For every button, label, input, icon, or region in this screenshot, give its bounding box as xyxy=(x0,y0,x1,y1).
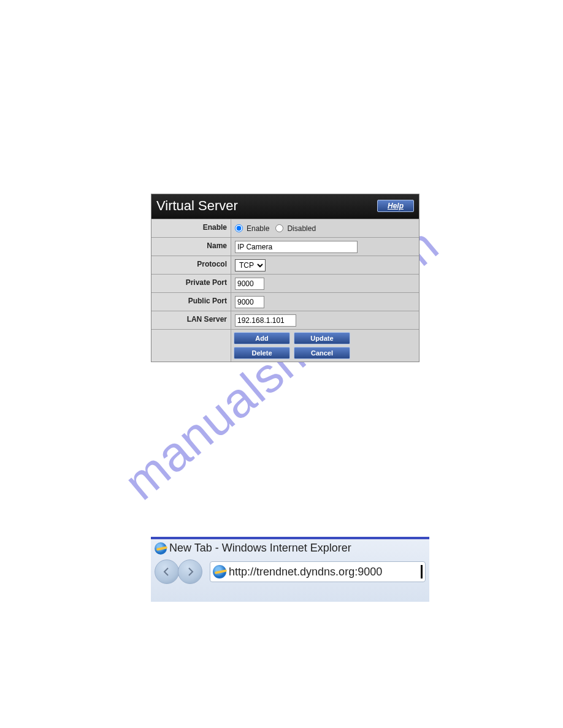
row-enable: Enable Enable Disabled xyxy=(151,219,419,237)
arrow-right-icon xyxy=(185,567,195,577)
back-button[interactable] xyxy=(155,559,179,584)
value-actions: Add Update Delete Cancel xyxy=(231,330,419,362)
arrow-left-icon xyxy=(162,567,172,577)
label-lan-server: LAN Server xyxy=(151,311,231,329)
public-port-input[interactable] xyxy=(235,296,264,308)
value-enable: Enable Disabled xyxy=(231,219,419,237)
panel-title: Virtual Server xyxy=(156,198,238,214)
row-name: Name xyxy=(151,237,419,256)
ie-titlebar: New Tab - Windows Internet Explorer xyxy=(151,539,429,555)
label-enable: Enable xyxy=(151,219,231,237)
add-button[interactable]: Add xyxy=(234,332,290,344)
ie-favicon-icon xyxy=(213,565,226,578)
name-input[interactable] xyxy=(235,241,358,253)
disabled-radio[interactable] xyxy=(275,224,283,232)
value-protocol: TCP xyxy=(231,256,419,274)
value-lan-server xyxy=(231,311,419,329)
disabled-radio-label: Disabled xyxy=(287,224,316,233)
panel-titlebar: Virtual Server Help xyxy=(151,194,419,219)
address-url[interactable]: http://trendnet.dyndns.org:9000 xyxy=(229,566,418,578)
label-private-port: Private Port xyxy=(151,275,231,292)
row-lan-server: LAN Server xyxy=(151,311,419,329)
enable-radio-label: Enable xyxy=(247,224,269,233)
delete-button[interactable]: Delete xyxy=(234,347,290,359)
label-public-port: Public Port xyxy=(151,293,231,311)
button-row-1: Add Update xyxy=(234,332,350,344)
ie-toolbar: http://trendnet.dyndns.org:9000 xyxy=(151,555,429,589)
value-public-port xyxy=(231,293,419,311)
lan-server-input[interactable] xyxy=(235,314,296,327)
button-row-2: Delete Cancel xyxy=(234,347,350,359)
row-public-port: Public Port xyxy=(151,292,419,311)
update-button[interactable]: Update xyxy=(294,332,350,344)
enable-radio[interactable] xyxy=(235,224,243,232)
panel-body: Enable Enable Disabled Name Protocol TCP xyxy=(151,219,419,362)
cancel-button[interactable]: Cancel xyxy=(294,347,350,359)
ie-window: New Tab - Windows Internet Explorer http… xyxy=(151,537,429,602)
protocol-select[interactable]: TCP xyxy=(235,259,266,271)
value-private-port xyxy=(231,275,419,292)
text-cursor xyxy=(421,565,423,578)
row-private-port: Private Port xyxy=(151,274,419,292)
row-actions: Add Update Delete Cancel xyxy=(151,329,419,362)
private-port-input[interactable] xyxy=(235,278,264,290)
label-actions-empty xyxy=(151,330,231,362)
forward-button[interactable] xyxy=(178,559,202,584)
ie-window-title: New Tab - Windows Internet Explorer xyxy=(169,542,351,555)
value-name xyxy=(231,238,419,256)
label-name: Name xyxy=(151,238,231,256)
row-protocol: Protocol TCP xyxy=(151,256,419,274)
address-bar[interactable]: http://trendnet.dyndns.org:9000 xyxy=(210,561,426,582)
label-protocol: Protocol xyxy=(151,256,231,274)
virtual-server-panel: Virtual Server Help Enable Enable Disabl… xyxy=(151,194,419,362)
help-button[interactable]: Help xyxy=(377,200,414,212)
ie-logo-icon xyxy=(155,542,167,555)
